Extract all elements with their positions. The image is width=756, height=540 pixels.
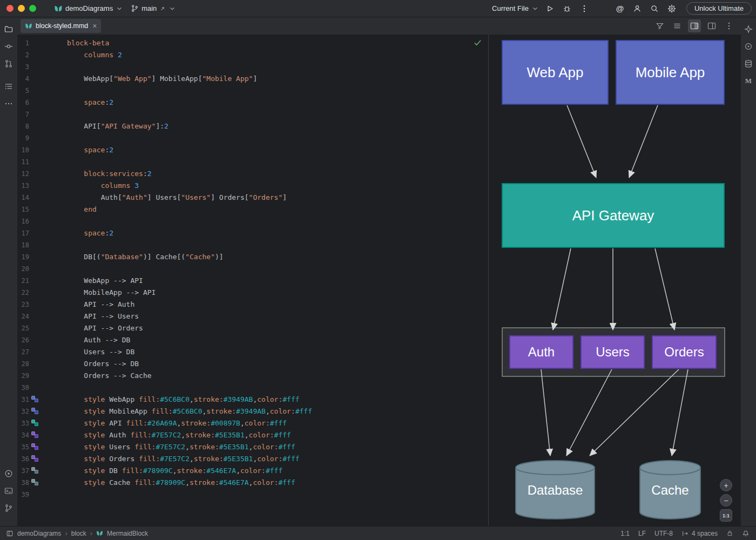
tool-window-layout-button[interactable] [4, 528, 15, 539]
code-line[interactable]: 10 space:2 [17, 144, 488, 156]
settings-button[interactable] [665, 2, 679, 16]
line-number[interactable]: 15 [17, 204, 29, 215]
line-number[interactable]: 23 [17, 299, 29, 310]
zoom-out-button[interactable]: − [720, 494, 732, 507]
line-number[interactable]: 16 [17, 215, 29, 227]
code-line[interactable]: 37 style DB fill:#78909C,stroke:#546E7A,… [17, 465, 488, 477]
database-toolwindow-button[interactable] [741, 57, 755, 71]
line-number[interactable]: 36 [17, 453, 29, 465]
ai-assistant-toolwindow-button[interactable] [741, 22, 755, 36]
line-number[interactable]: 27 [17, 346, 29, 358]
mermaid-toolwindow-button[interactable]: M [741, 74, 755, 88]
code-line[interactable]: 14 Auth["Auth"] Users["Users"] Orders["O… [17, 192, 488, 204]
code-line[interactable]: 5 [17, 85, 488, 97]
code-line[interactable]: 21 WebApp --> API [17, 275, 488, 287]
code-line[interactable]: 8 API["API Gateway"]:2 [17, 120, 488, 132]
encoding-widget[interactable]: UTF-8 [654, 530, 673, 537]
project-toolwindow-button[interactable] [2, 22, 16, 36]
line-number[interactable]: 18 [17, 239, 29, 251]
line-number[interactable]: 2 [17, 49, 29, 61]
run-toolwindow-button[interactable] [2, 467, 16, 481]
line-number[interactable]: 38 [17, 477, 29, 489]
code-line[interactable]: 22 MobileApp --> API [17, 287, 488, 299]
unlock-ultimate-button[interactable]: Unlock Ultimate [686, 2, 752, 15]
line-number[interactable]: 31 [17, 394, 29, 406]
line-number[interactable]: 39 [17, 489, 29, 501]
code-line[interactable]: 33 style API fill:#26A69A,stroke:#00897B… [17, 417, 488, 429]
line-number[interactable]: 14 [17, 192, 29, 204]
line-number[interactable]: 9 [17, 132, 29, 144]
line-number[interactable]: 35 [17, 441, 29, 453]
readonly-toggle[interactable] [726, 530, 733, 537]
breadcrumb-project[interactable]: demoDiagrams [17, 530, 61, 537]
code-line[interactable]: 39 [17, 489, 488, 501]
line-number[interactable]: 13 [17, 180, 29, 192]
code-line[interactable]: 7 [17, 109, 488, 120]
code-line[interactable]: 38 style Cache fill:#78909C,stroke:#546E… [17, 477, 488, 489]
line-number[interactable]: 7 [17, 109, 29, 120]
line-number[interactable]: 21 [17, 275, 29, 287]
code-line[interactable]: 23 API --> Auth [17, 299, 488, 310]
search-everywhere-button[interactable] [647, 2, 662, 16]
line-number[interactable]: 25 [17, 322, 29, 334]
line-number[interactable]: 33 [17, 417, 29, 429]
terminal-toolwindow-button[interactable] [2, 484, 16, 498]
line-number[interactable]: 26 [17, 334, 29, 346]
line-number[interactable]: 4 [17, 73, 29, 85]
more-actions-button[interactable] [577, 2, 591, 16]
line-number[interactable]: 17 [17, 227, 29, 239]
line-number[interactable]: 30 [17, 382, 29, 394]
inspections-ok-check-icon[interactable] [474, 39, 482, 47]
code-line[interactable]: 19 DB[("Database")] Cache[("Cache")] [17, 251, 488, 263]
line-number[interactable]: 5 [17, 85, 29, 97]
project-widget[interactable]: demoDiagrams [50, 3, 127, 15]
line-number[interactable]: 10 [17, 144, 29, 156]
commit-toolwindow-button[interactable] [2, 39, 16, 53]
line-number[interactable]: 20 [17, 263, 29, 275]
code-line[interactable]: 36 style Orders fill:#7E57C2,stroke:#5E3… [17, 453, 488, 465]
branch-widget[interactable]: main [127, 3, 180, 14]
code-line[interactable]: 34 style Auth fill:#7E57C2,stroke:#5E35B… [17, 429, 488, 441]
code-line[interactable]: 1block-beta [17, 37, 488, 49]
line-number[interactable]: 8 [17, 120, 29, 132]
code-line[interactable]: 6 space:2 [17, 97, 488, 109]
line-number[interactable]: 34 [17, 429, 29, 441]
tab-block-styled-mmd[interactable]: block-styled.mmd × [21, 19, 101, 33]
code-with-me-button[interactable]: @ [613, 2, 627, 16]
caret-position-widget[interactable]: 1:1 [620, 530, 630, 537]
code-line[interactable]: 20 [17, 263, 488, 275]
line-number[interactable]: 11 [17, 156, 29, 168]
structure-toolwindow-button[interactable] [2, 79, 16, 93]
code-line[interactable]: 31 style WebApp fill:#5C6BC0,stroke:#394… [17, 394, 488, 406]
git-toolwindow-button[interactable] [2, 501, 16, 515]
line-number[interactable]: 37 [17, 465, 29, 477]
line-number[interactable]: 6 [17, 97, 29, 109]
code-line[interactable]: 18 [17, 239, 488, 251]
code-line[interactable]: 32 style MobileApp fill:#5C6BC0,stroke:#… [17, 406, 488, 417]
code-line[interactable]: 27 Users --> DB [17, 346, 488, 358]
notifications-toolwindow-button[interactable] [741, 39, 755, 53]
code-line[interactable]: 24 API --> Users [17, 310, 488, 322]
code-line[interactable]: 28 Orders --> DB [17, 358, 488, 370]
mermaid-preview-panel[interactable]: Web AppMobile AppAPI GatewayAuthUsersOrd… [489, 35, 741, 526]
code-line[interactable]: 12 block:services:2 [17, 168, 488, 180]
more-toolwindows-button[interactable] [2, 97, 16, 111]
editor-menu-button[interactable] [671, 19, 684, 32]
user-account-button[interactable] [630, 2, 644, 16]
line-number[interactable]: 1 [17, 37, 29, 49]
zoom-reset-button[interactable]: 1:1 [720, 509, 732, 522]
pull-requests-toolwindow-button[interactable] [2, 57, 16, 71]
breadcrumb-folder[interactable]: block [71, 530, 86, 537]
code-line[interactable]: 30 [17, 382, 488, 394]
line-number[interactable]: 28 [17, 358, 29, 370]
line-number[interactable]: 24 [17, 310, 29, 322]
tab-options-button[interactable] [723, 19, 735, 32]
code-line[interactable]: 4 WebApp["Web App"] MobileApp["Mobile Ap… [17, 73, 488, 85]
code-line[interactable]: 35 style Users fill:#7E57C2,stroke:#5E35… [17, 441, 488, 453]
line-number[interactable]: 32 [17, 406, 29, 417]
split-editor-preview-button[interactable] [688, 19, 701, 32]
run-config-selector[interactable]: Current File [488, 3, 543, 14]
code-line[interactable]: 16 [17, 215, 488, 227]
code-line[interactable]: 15 end [17, 204, 488, 215]
code-line[interactable]: 9 [17, 132, 488, 144]
